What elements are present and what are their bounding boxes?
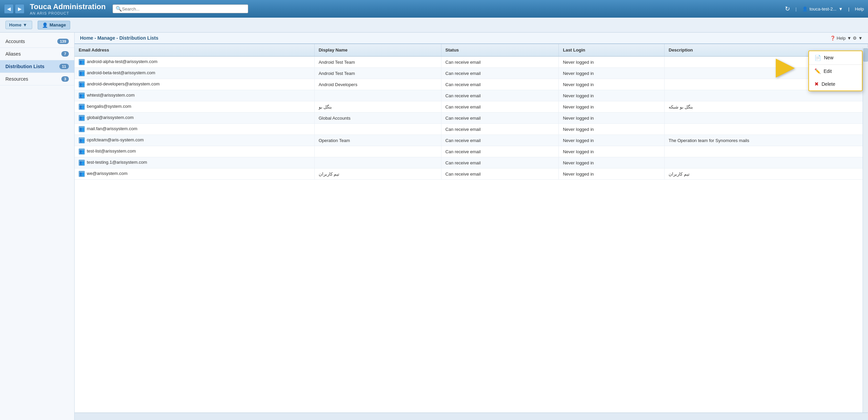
search-input[interactable] — [122, 6, 237, 12]
cell-email: android-alpha-test@arissystem.com — [75, 56, 314, 68]
row-icon — [79, 171, 85, 177]
cell-display-name — [314, 157, 441, 168]
nav-forward-button[interactable]: ▶ — [15, 4, 24, 14]
sidebar-item-accounts[interactable]: Accounts 139 — [0, 35, 74, 48]
scroll-indicator[interactable] — [863, 47, 868, 413]
cell-email: whtest@arissystem.com — [75, 90, 314, 101]
cell-display-name — [314, 146, 441, 157]
row-icon — [79, 93, 85, 99]
sidebar-accounts-label: Accounts — [5, 39, 57, 44]
cell-email: test-list@arissystem.com — [75, 146, 314, 157]
header-separator: | — [795, 6, 796, 12]
sidebar-aliases-label: Aliases — [5, 51, 61, 57]
arrow-annotation — [776, 59, 795, 78]
table-body: android-alpha-test@arissystem.com Androi… — [75, 56, 868, 180]
context-menu-delete[interactable]: ✖ Delete — [809, 78, 862, 91]
cell-description — [665, 157, 868, 168]
cell-status: Can receive email — [441, 68, 559, 79]
user-info[interactable]: 👤 touca-test-2... ▼ — [802, 6, 843, 12]
cell-status: Can receive email — [441, 146, 559, 157]
row-icon — [79, 115, 85, 121]
help-question-icon: ❓ — [830, 36, 835, 41]
cell-display-name: Operation Team — [314, 135, 441, 146]
search-icon: 🔍 — [116, 6, 122, 12]
cell-email: global@arissystem.com — [75, 113, 314, 124]
table-row[interactable]: bengalis@system.com بنگل بو Can receive … — [75, 101, 868, 113]
cell-last-login: Never logged in — [559, 146, 665, 157]
help-action[interactable]: ❓ Help ▼ ⚙ ▼ — [830, 36, 863, 41]
cell-display-name — [314, 90, 441, 101]
cell-status: Can receive email — [441, 90, 559, 101]
delete-icon: ✖ — [814, 81, 819, 87]
help-arrow-icon: ▼ — [858, 36, 863, 41]
table-container[interactable]: Email Address Display Name Status Last L… — [75, 44, 868, 420]
sidebar-aliases-badge: 7 — [61, 51, 69, 57]
col-status: Status — [441, 44, 559, 56]
cell-display-name: Android Test Team — [314, 56, 441, 68]
col-email: Email Address — [75, 44, 314, 56]
cell-display-name: تیم کاربران — [314, 168, 441, 180]
cell-status: Can receive email — [441, 157, 559, 168]
cell-email: android-beta-test@arissystem.com — [75, 68, 314, 79]
table-row[interactable]: android-developers@arissystem.com Androi… — [75, 79, 868, 90]
nav-back-button[interactable]: ◀ — [4, 4, 14, 14]
bottom-bar — [75, 413, 868, 420]
cell-description — [665, 146, 868, 157]
manage-button[interactable]: 👤 Manage — [38, 21, 70, 29]
manage-label: Manage — [50, 22, 66, 27]
cell-email: opsfcteam@aris-system.com — [75, 135, 314, 146]
table-row[interactable]: android-alpha-test@arissystem.com Androi… — [75, 56, 868, 68]
subheader: Home ▼ 👤 Manage — [0, 18, 868, 33]
cell-description: The Operation team for Synomores mails — [665, 135, 868, 146]
cell-email: mail.fan@arissystem.com — [75, 124, 314, 135]
cell-status: Can receive email — [441, 79, 559, 90]
table-row[interactable]: mail.fan@arissystem.com Can receive emai… — [75, 124, 868, 135]
table-row[interactable]: android-beta-test@arissystem.com Android… — [75, 68, 868, 79]
col-last-login: Last Login — [559, 44, 665, 56]
new-label: New — [824, 55, 833, 60]
search-bar[interactable]: 🔍 — [113, 4, 248, 13]
sidebar-item-resources[interactable]: Resources 3 — [0, 73, 74, 85]
nav-arrows: ◀ ▶ — [4, 4, 24, 14]
home-dropdown[interactable]: Home ▼ — [5, 21, 32, 29]
refresh-button[interactable]: ↻ — [785, 5, 790, 13]
cell-status: Can receive email — [441, 113, 559, 124]
row-icon — [79, 137, 85, 143]
cell-display-name: بنگل بو — [314, 101, 441, 113]
sidebar: Accounts 139 Aliases 7 Distribution List… — [0, 33, 75, 420]
sidebar-item-aliases[interactable]: Aliases 7 — [0, 48, 74, 60]
app-logo: Touca Administration AN ARIS PRODUCT — [30, 2, 106, 15]
table-row[interactable]: test-list@arissystem.com Can receive ema… — [75, 146, 868, 157]
table-row[interactable]: test-testing.1@arissystem.com Can receiv… — [75, 157, 868, 168]
manage-icon: 👤 — [42, 22, 48, 28]
cell-email: we@arissystem.com — [75, 168, 314, 180]
sidebar-distribution-label: Distribution Lists — [5, 64, 59, 69]
cell-description: تیم کاربران — [665, 168, 868, 180]
cell-last-login: Never logged in — [559, 79, 665, 90]
help-text: Help — [837, 36, 846, 41]
table-row[interactable]: opsfcteam@aris-system.com Operation Team… — [75, 135, 868, 146]
cell-last-login: Never logged in — [559, 68, 665, 79]
row-icon — [79, 81, 85, 87]
app-title: Touca Administration — [30, 2, 106, 11]
help-dropdown-icon: ▼ — [847, 36, 851, 41]
row-icon — [79, 104, 85, 110]
context-menu: 📄 New ✏️ Edit ✖ Delete — [808, 51, 863, 91]
table-row[interactable]: we@arissystem.com تیم کاربران Can receiv… — [75, 168, 868, 180]
cell-status: Can receive email — [441, 135, 559, 146]
help-button[interactable]: Help — [855, 6, 864, 12]
cell-email: test-testing.1@arissystem.com — [75, 157, 314, 168]
cell-display-name: Global Accounts — [314, 113, 441, 124]
cell-status: Can receive email — [441, 168, 559, 180]
cell-description — [665, 90, 868, 101]
distribution-list-table: Email Address Display Name Status Last L… — [75, 44, 868, 180]
sidebar-item-distribution-lists[interactable]: Distribution Lists 11 — [0, 60, 74, 73]
context-menu-edit[interactable]: ✏️ Edit — [809, 65, 862, 78]
edit-label: Edit — [824, 68, 832, 74]
cell-last-login: Never logged in — [559, 135, 665, 146]
home-label: Home — [9, 22, 21, 27]
context-menu-new[interactable]: 📄 New — [809, 51, 862, 65]
table-row[interactable]: global@arissystem.com Global Accounts Ca… — [75, 113, 868, 124]
sidebar-accounts-badge: 139 — [57, 39, 69, 44]
table-row[interactable]: whtest@arissystem.com Can receive email … — [75, 90, 868, 101]
